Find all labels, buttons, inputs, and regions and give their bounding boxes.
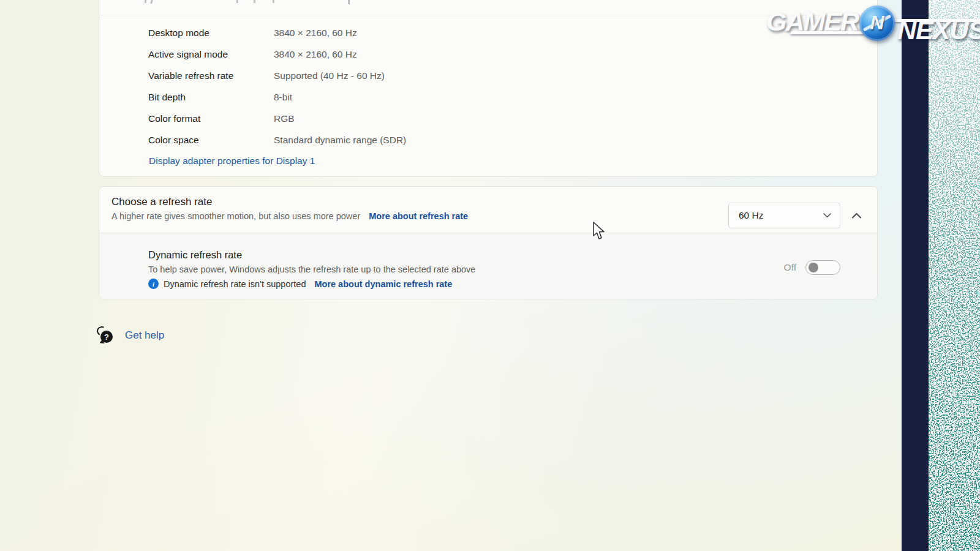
settings-page: Desktop mode 3840 × 2160, 60 Hz Active s… xyxy=(0,0,980,551)
get-help-row: ? Get help xyxy=(97,326,164,345)
row-value: 3840 × 2160, 60 Hz xyxy=(274,49,357,60)
dynamic-refresh-section: Dynamic refresh rate To help save power,… xyxy=(99,233,877,299)
refresh-rate-card: Choose a refresh rate A higher rate give… xyxy=(99,186,878,299)
table-row: Desktop mode 3840 × 2160, 60 Hz xyxy=(148,22,406,43)
chevron-down-icon xyxy=(823,213,831,218)
expander-collapse-button[interactable] xyxy=(850,204,862,227)
info-icon: i xyxy=(148,279,159,289)
desktop-wallpaper-texture xyxy=(929,0,980,551)
get-help-icon: ? xyxy=(97,326,115,345)
row-value: RGB xyxy=(274,113,295,124)
refresh-rate-header: Choose a refresh rate A higher rate give… xyxy=(99,187,877,233)
row-value: 8-bit xyxy=(274,92,292,103)
table-row: Variable refresh rate Supported (40 Hz -… xyxy=(148,65,406,86)
row-value: Standard dynamic range (SDR) xyxy=(274,135,406,146)
row-label: Color space xyxy=(148,135,274,146)
row-label: Desktop mode xyxy=(148,28,274,39)
row-label: Bit depth xyxy=(148,92,274,103)
dynamic-refresh-toggle[interactable] xyxy=(805,260,840,275)
row-value: Supported (40 Hz - 60 Hz) xyxy=(274,70,385,81)
toggle-knob xyxy=(809,263,818,272)
dynamic-refresh-title: Dynamic refresh rate xyxy=(148,249,475,261)
table-row: Color format RGB xyxy=(148,108,406,129)
row-label: Active signal mode xyxy=(148,49,274,60)
desktop-edge-strip xyxy=(902,0,929,551)
toggle-state-label: Off xyxy=(784,262,796,273)
divider xyxy=(99,15,877,15)
table-row: Active signal mode 3840 × 2160, 60 Hz xyxy=(148,43,406,65)
display-adapter-properties-link[interactable]: Display adapter properties for Display 1 xyxy=(149,156,315,167)
refresh-rate-dropdown-value: 60 Hz xyxy=(739,210,764,221)
refresh-rate-subtitle: A higher rate gives smoother motion, but… xyxy=(111,211,360,221)
refresh-rate-title: Choose a refresh rate xyxy=(111,196,468,208)
row-value: 3840 × 2160, 60 Hz xyxy=(274,28,357,39)
dynamic-refresh-notice: Dynamic refresh rate isn't supported xyxy=(164,279,306,289)
more-about-dynamic-refresh-rate-link[interactable]: More about dynamic refresh rate xyxy=(314,279,452,289)
table-row: Color space Standard dynamic range (SDR) xyxy=(148,129,406,151)
get-help-link[interactable]: Get help xyxy=(125,329,164,342)
chevron-up-icon xyxy=(852,213,861,219)
display-information-card: Desktop mode 3840 × 2160, 60 Hz Active s… xyxy=(99,0,878,177)
row-label: Color format xyxy=(148,113,274,124)
more-about-refresh-rate-link[interactable]: More about refresh rate xyxy=(369,211,468,221)
dynamic-refresh-description: To help save power, Windows adjusts the … xyxy=(148,264,475,274)
table-row: Bit depth 8-bit xyxy=(148,86,406,108)
refresh-rate-dropdown[interactable]: 60 Hz xyxy=(728,203,840,228)
row-label: Variable refresh rate xyxy=(148,70,274,81)
